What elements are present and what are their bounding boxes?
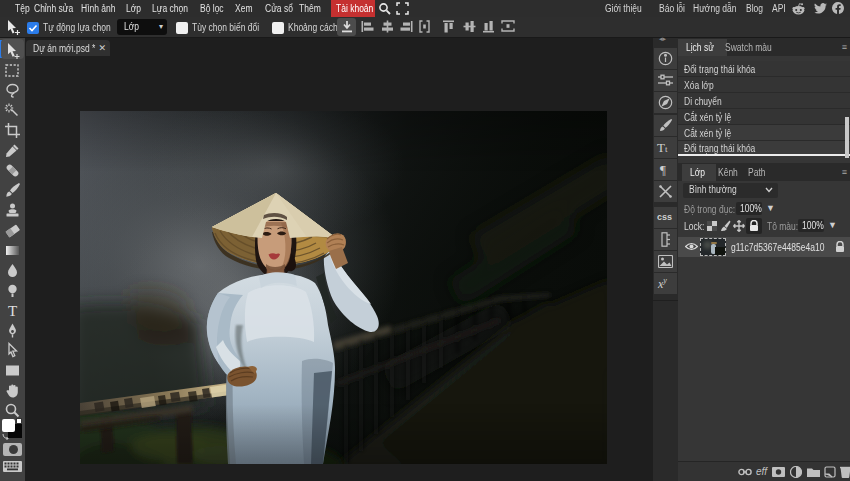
svg-text:T: T [8,303,17,319]
